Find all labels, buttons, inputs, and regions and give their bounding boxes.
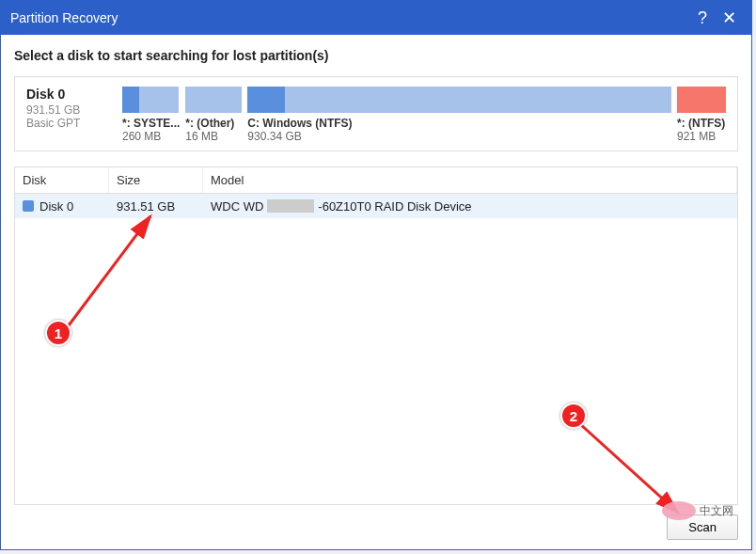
partition-bar-segment — [677, 87, 726, 113]
partition-label: C: Windows (NTFS) — [247, 117, 671, 130]
watermark-logo — [662, 501, 696, 520]
svg-line-0 — [66, 216, 150, 329]
partition-bar-segment — [122, 87, 179, 113]
instruction-text: Select a disk to start searching for los… — [14, 48, 738, 63]
svg-line-1 — [579, 423, 678, 513]
watermark: 中文网 — [662, 501, 733, 520]
model-suffix: -60Z10T0 RAID Disk Device — [318, 199, 471, 214]
disk-icon — [23, 200, 34, 212]
partition-size: 260 MB — [122, 130, 180, 143]
partition-other[interactable]: *: (Other) 16 MB — [185, 87, 242, 143]
header-model[interactable]: Model — [203, 167, 737, 193]
partition-label: *: (Other) — [185, 117, 242, 130]
annotation-arrow-1 — [56, 207, 188, 348]
window-title: Partition Recovery — [10, 10, 689, 25]
partition-size: 930.34 GB — [247, 130, 671, 143]
disk-summary: Disk 0 931.51 GB Basic GPT — [26, 87, 111, 130]
help-icon[interactable]: ? — [689, 8, 716, 28]
partition-bar-segment — [185, 87, 242, 113]
disk-name: Disk 0 — [26, 87, 111, 102]
partition-bar: *: SYSTE... 260 MB *: (Other) 16 MB C: W… — [122, 87, 726, 143]
disk-card[interactable]: Disk 0 931.51 GB Basic GPT *: SYSTE... 2… — [14, 76, 738, 151]
titlebar: Partition Recovery ? ✕ — [1, 1, 751, 35]
cell-model: WDC WD -60Z10T0 RAID Disk Device — [203, 196, 737, 217]
partition-system[interactable]: *: SYSTE... 260 MB — [122, 87, 180, 143]
redacted-block — [267, 199, 314, 213]
model-prefix: WDC WD — [211, 199, 263, 214]
disk-type: Basic GPT — [26, 117, 111, 130]
partition-windows[interactable]: C: Windows (NTFS) 930.34 GB — [247, 87, 671, 143]
partition-ntfs[interactable]: *: (NTFS) 921 MB — [677, 87, 726, 143]
partition-label: *: SYSTE... — [122, 117, 180, 130]
watermark-text: 中文网 — [700, 503, 733, 519]
disk-size: 931.51 GB — [26, 103, 111, 117]
header-disk[interactable]: Disk — [15, 167, 109, 193]
partition-bar-segment — [247, 87, 671, 113]
partition-label: *: (NTFS) — [677, 117, 726, 130]
header-size[interactable]: Size — [109, 167, 203, 193]
partition-size: 921 MB — [677, 130, 726, 143]
close-icon[interactable]: ✕ — [716, 8, 742, 28]
partition-size: 16 MB — [185, 130, 242, 143]
table-header: Disk Size Model — [15, 167, 737, 194]
